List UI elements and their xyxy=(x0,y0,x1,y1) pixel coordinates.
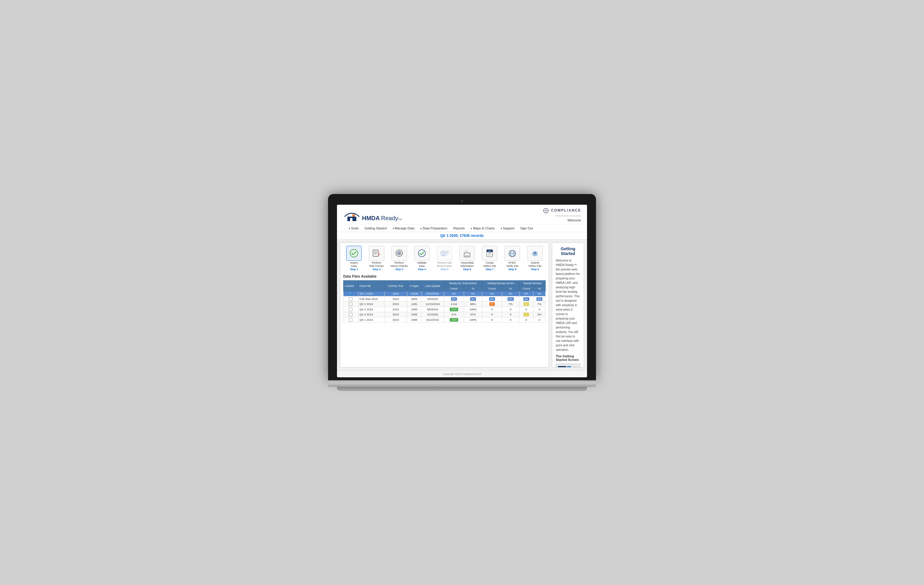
nav-support[interactable]: Support xyxy=(498,225,517,232)
row-year: 2019 xyxy=(384,297,407,302)
row-ready-count: 1050 xyxy=(444,307,464,312)
col-validity-pct: % xyxy=(502,286,519,291)
step-5[interactable]: Review NatlBenchmarks Step 5 xyxy=(434,246,455,271)
step-9[interactable]: SubmitHMDA File Step 9 xyxy=(524,246,546,271)
create-hmda-icon: TXT LAR xyxy=(485,249,494,258)
row-validity-pct: 0 xyxy=(502,307,519,312)
compliance-logo: COMPLIANCE TECHNOLOGIES xyxy=(543,208,581,217)
row-validity-pct: NA xyxy=(502,291,519,296)
step-6-name: TransmittalInformation xyxy=(460,261,474,268)
step-1[interactable]: ImportData Step 1 xyxy=(343,246,365,271)
compliance-name: COMPLIANCE xyxy=(551,208,581,213)
table-row[interactable]: Qtr 3 2019 2019 1281 11/15/2019 1104 86%… xyxy=(343,302,546,307)
header: HMDA Ready TM xyxy=(337,205,587,232)
record-bar: Qtr 1 2020; 17636 records xyxy=(337,232,587,239)
data-files-table: Locked Data File Activity Year # Apps La… xyxy=(343,280,546,323)
lock-checkbox xyxy=(349,297,353,301)
step-4-icon xyxy=(414,246,429,261)
row-ready-pct: 100% xyxy=(464,317,482,322)
nav-data-preparation[interactable]: Data Preparation xyxy=(417,225,450,232)
row-validity-pct: 0 xyxy=(502,312,519,317)
row-validity-pct: 0 xyxy=(502,317,519,322)
nav-sign-out[interactable]: Sign Out xyxy=(517,225,536,232)
nav-suite[interactable]: Suite xyxy=(346,225,362,232)
table-scroll[interactable]: Locked Data File Activity Year # Apps La… xyxy=(343,280,546,323)
row-year: 2019 xyxy=(384,312,407,317)
na-badge: NA xyxy=(536,292,543,295)
row-validity-count: 0 xyxy=(482,307,502,312)
step-9-icon xyxy=(527,246,543,261)
row-data-file: Qtr 4 2019 xyxy=(358,312,384,317)
getting-started-panel: Getting Started Welcome to HMDA Ready™, … xyxy=(552,242,584,367)
yellow-badge: 31 xyxy=(524,313,529,316)
nav-maps-charts[interactable]: Maps & Charts xyxy=(468,225,497,232)
screen-preview[interactable] xyxy=(556,363,580,367)
compliance-sub: TECHNOLOGIES xyxy=(555,214,581,217)
record-info: Qtr 1 2020; 17636 records xyxy=(440,234,484,238)
step-9-name: SubmitHMDA File xyxy=(528,261,541,268)
row-locked xyxy=(343,312,358,317)
step-8-name: FFIECVerify Site xyxy=(507,261,518,268)
row-data-file: Qtr 1 2019 xyxy=(358,317,384,322)
nav-getting-started[interactable]: Getting Started xyxy=(362,225,389,232)
step-7-icon: TXT LAR xyxy=(482,246,497,261)
validate-data-icon xyxy=(417,249,426,258)
lock-checkbox xyxy=(349,313,353,316)
row-update: 8/5/2019 xyxy=(421,307,444,312)
col-last-update: Last Update xyxy=(421,280,444,291)
row-needs-pct: 0 xyxy=(533,307,546,312)
col-needs-count: Count xyxy=(519,286,533,291)
col-activity-year: Activity Year xyxy=(384,280,407,291)
yellow-badge: 90 xyxy=(524,302,529,306)
na-badge: NA xyxy=(489,297,495,301)
table-row[interactable]: Qtr 1 2020 2020 17636 5/24/2020 NA NA NA… xyxy=(343,291,546,296)
green-badge: 1589 xyxy=(450,318,458,322)
step-2[interactable]: PerformEdit Checks Step 2 xyxy=(366,246,387,271)
step-5-icon xyxy=(437,246,452,261)
row-needs-pct: NA xyxy=(533,297,546,302)
na-badge: NA xyxy=(470,292,476,295)
col-num-apps: # Apps xyxy=(407,280,421,291)
benchmarks-icon xyxy=(439,249,449,257)
table-row[interactable]: Qtr 2 2019 2019 1050 8/5/2019 1050 100% … xyxy=(343,307,546,312)
row-needs-count: 0 xyxy=(519,307,533,312)
preview-inner xyxy=(557,365,579,367)
step-3-icon xyxy=(391,246,407,261)
step-4[interactable]: ValidateData Step 4 xyxy=(411,246,432,271)
row-needs-count: 90 xyxy=(519,302,533,307)
svg-text:LAR: LAR xyxy=(488,252,491,254)
step-8-label: Step 8 xyxy=(508,268,516,271)
col-group-validity: Validity/Syntax Errors xyxy=(482,280,519,286)
row-locked xyxy=(343,307,358,312)
screen-heading: The Getting Started Screen xyxy=(556,354,580,361)
submit-hmda-icon xyxy=(530,249,540,258)
col-locked: Locked xyxy=(343,280,358,291)
step-6-icon xyxy=(459,246,475,261)
lock-checkbox xyxy=(349,292,353,295)
ffiec-icon xyxy=(508,249,517,258)
na-badge: NA xyxy=(523,297,530,301)
step-3[interactable]: PerformMacro Checks Step 3 xyxy=(388,246,410,271)
row-needs-pct: NA xyxy=(533,291,546,296)
row-apps: 17636 xyxy=(407,291,421,296)
step-6[interactable]: TransmittalInformation Step 6 xyxy=(456,246,478,271)
svg-rect-2 xyxy=(353,214,355,217)
nav-reports[interactable]: Reports xyxy=(450,225,468,232)
screen-bezel: HMDA Ready TM xyxy=(328,194,596,380)
na-badge: NA xyxy=(508,297,514,301)
row-validity-pct: NA xyxy=(502,297,519,302)
svg-point-14 xyxy=(418,250,426,257)
table-row[interactable]: Qtr 4 2019 2019 1005 3/1/2020 974 97% 0 … xyxy=(343,312,546,317)
step-9-label: Step 9 xyxy=(531,268,539,271)
row-locked xyxy=(343,317,358,322)
step-8[interactable]: FFIECVerify Site Step 8 xyxy=(502,246,523,271)
step-2-name: PerformEdit Checks xyxy=(370,261,384,268)
step-8-icon xyxy=(505,246,520,261)
row-ready-pct: 86% xyxy=(464,302,482,307)
nav-manage-data[interactable]: Manage Data xyxy=(389,225,417,232)
row-needs-count: 0 xyxy=(519,317,533,322)
step-3-label: Step 3 xyxy=(395,268,403,271)
step-7[interactable]: TXT LAR CreateHMDA File Step 7 xyxy=(479,246,500,271)
table-row[interactable]: Full Year 2019 2019 4925 3/5/2020 NA NA … xyxy=(343,297,546,302)
table-row[interactable]: Qtr 1 2019 2019 1589 6/12/2019 1589 100%… xyxy=(343,317,546,322)
